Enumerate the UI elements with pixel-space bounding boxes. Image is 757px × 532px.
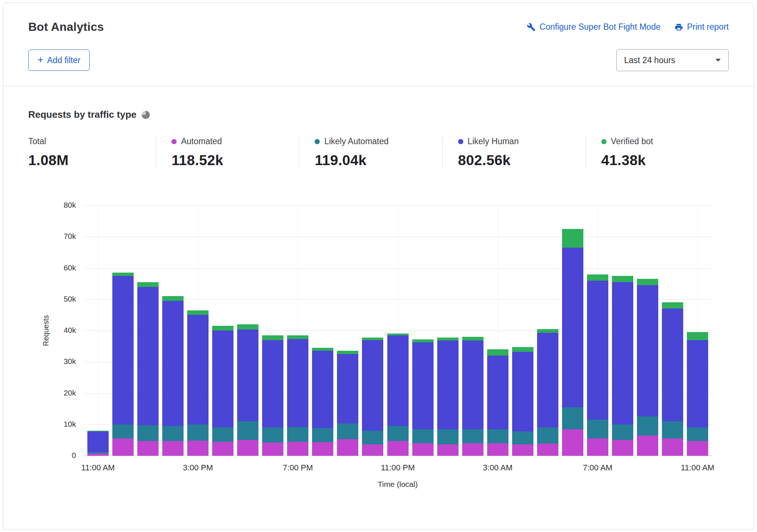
stacked-bar-11-00-am <box>687 205 708 456</box>
bar-segment-automated <box>487 443 508 456</box>
stacked-bar-12-00-pm <box>112 205 134 456</box>
bar-segment-likely-human <box>337 354 358 423</box>
x-axis-tick-label: 11:00 AM <box>664 463 731 473</box>
y-axis-tick-label: 0 <box>28 451 76 460</box>
bar-segment-likely-human <box>512 352 533 431</box>
stat-likely-human: Likely Human 802.56k <box>442 136 586 168</box>
configure-super-bot-fight-mode-link[interactable]: Configure Super Bot Fight Mode <box>527 22 660 32</box>
bar-segment-likely-automated <box>112 424 134 438</box>
automated-legend-dot <box>171 139 177 144</box>
bar-segment-automated <box>662 438 683 456</box>
time-range-select[interactable]: Last 24 hours <box>616 49 729 71</box>
y-axis-tick-label: 10k <box>28 420 76 429</box>
bar-segment-likely-automated <box>662 421 683 438</box>
bar-segment-automated <box>237 440 258 456</box>
printer-icon <box>674 23 683 32</box>
stacked-bar-2-00-pm <box>162 205 184 456</box>
wrench-icon <box>527 23 536 32</box>
bar-segment-verified-bot <box>212 326 233 331</box>
bar-segment-likely-automated <box>87 452 109 453</box>
y-axis-tick-label: 60k <box>28 263 76 272</box>
stacked-bar-7-00-pm <box>287 205 308 456</box>
bar-segment-likely-automated <box>437 429 459 445</box>
bar-segment-automated <box>87 453 109 456</box>
stacked-bar-1-00-pm <box>137 205 159 456</box>
bar-segment-likely-human <box>412 342 434 429</box>
bot-analytics-panel: Bot Analytics Configure Super Bot Fight … <box>3 2 754 529</box>
stacked-bar-4-00-pm <box>212 205 233 456</box>
bar-segment-likely-human <box>162 301 184 426</box>
bar-segment-likely-automated <box>312 428 333 442</box>
stacked-bar-1-00-am <box>437 205 459 456</box>
stat-label-verified-bot: Verified bot <box>611 136 653 146</box>
bar-segment-automated <box>587 438 608 456</box>
stacked-bar-6-00-pm <box>262 205 283 456</box>
stat-value-likely-automated: 119.04k <box>315 152 442 168</box>
stacked-bar-11-00-pm <box>387 205 409 456</box>
stacked-bar-12-00-am <box>412 205 434 456</box>
bar-segment-verified-bot <box>637 279 658 285</box>
bar-segment-likely-automated <box>537 427 558 443</box>
bar-segment-likely-automated <box>162 426 184 441</box>
bar-segment-likely-human <box>362 340 383 431</box>
bar-segment-likely-automated <box>262 427 283 442</box>
bar-segment-verified-bot <box>262 335 283 340</box>
bar-segment-likely-human <box>237 329 258 421</box>
bar-segment-likely-human <box>212 331 233 427</box>
bar-segment-automated <box>137 441 159 456</box>
stacked-bar-9-00-am <box>637 205 658 456</box>
x-axis-tick-label: 7:00 AM <box>565 463 631 473</box>
bar-segment-likely-human <box>637 285 658 416</box>
panel-header: Bot Analytics Configure Super Bot Fight … <box>3 3 754 71</box>
bar-segment-likely-human <box>587 281 608 420</box>
bar-segment-likely-automated <box>612 424 633 440</box>
bar-segment-likely-automated <box>137 425 159 441</box>
bar-segment-automated <box>537 444 558 456</box>
requests-stacked-bar-chart: 010k20k30k40k50k60k70k80k11:00 AM3:00 PM… <box>28 193 729 486</box>
stacked-bar-9-00-pm <box>337 205 358 456</box>
bar-segment-likely-human <box>262 340 283 428</box>
bar-segment-automated <box>112 438 134 456</box>
bar-segment-automated <box>212 442 233 456</box>
bar-segment-verified-bot <box>237 324 258 329</box>
bar-segment-likely-automated <box>562 407 583 429</box>
bar-segment-likely-human <box>312 351 333 428</box>
header-divider <box>3 86 754 86</box>
bar-segment-likely-automated <box>362 431 383 445</box>
bar-segment-likely-automated <box>212 427 233 441</box>
bar-segment-likely-human <box>112 276 134 424</box>
bar-segment-likely-automated <box>412 429 434 443</box>
stacked-bar-2-00-am <box>462 205 483 456</box>
print-report-link[interactable]: Print report <box>674 22 729 32</box>
stacked-bar-7-00-am <box>587 205 608 456</box>
stacked-bar-3-00-pm <box>187 205 209 456</box>
bar-segment-verified-bot <box>312 348 333 351</box>
bar-segment-likely-automated <box>637 416 658 435</box>
bar-segment-verified-bot <box>337 351 358 354</box>
chevron-down-icon <box>715 58 721 62</box>
bar-segment-verified-bot <box>412 339 434 343</box>
stat-value-likely-human: 802.56k <box>458 152 586 168</box>
stacked-bar-10-00-pm <box>362 205 383 456</box>
y-axis-tick-label: 50k <box>28 295 76 303</box>
time-range-value: Last 24 hours <box>624 55 675 65</box>
add-filter-button[interactable]: + Add filter <box>28 50 90 71</box>
bar-segment-likely-automated <box>462 429 483 443</box>
likely-human-legend-dot <box>458 139 463 144</box>
bar-segment-verified-bot <box>562 229 583 248</box>
x-axis-tick-label: 11:00 AM <box>65 463 131 473</box>
stat-value-verified-bot: 41.38k <box>601 152 729 168</box>
print-link-label: Print report <box>687 22 729 32</box>
stat-label-likely-human: Likely Human <box>468 136 519 146</box>
bar-segment-verified-bot <box>587 274 608 281</box>
configure-link-label: Configure Super Bot Fight Mode <box>539 22 660 32</box>
bar-segment-verified-bot <box>187 310 209 315</box>
page-title: Bot Analytics <box>28 20 104 34</box>
stacked-bar-6-00-am <box>562 205 583 456</box>
section-title: Requests by traffic type <box>28 109 137 120</box>
bar-segment-likely-human <box>562 248 583 407</box>
bar-segment-verified-bot <box>387 334 409 335</box>
bar-segment-likely-automated <box>687 427 708 441</box>
bar-segment-likely-human <box>187 315 209 424</box>
bar-segment-verified-bot <box>362 338 383 340</box>
